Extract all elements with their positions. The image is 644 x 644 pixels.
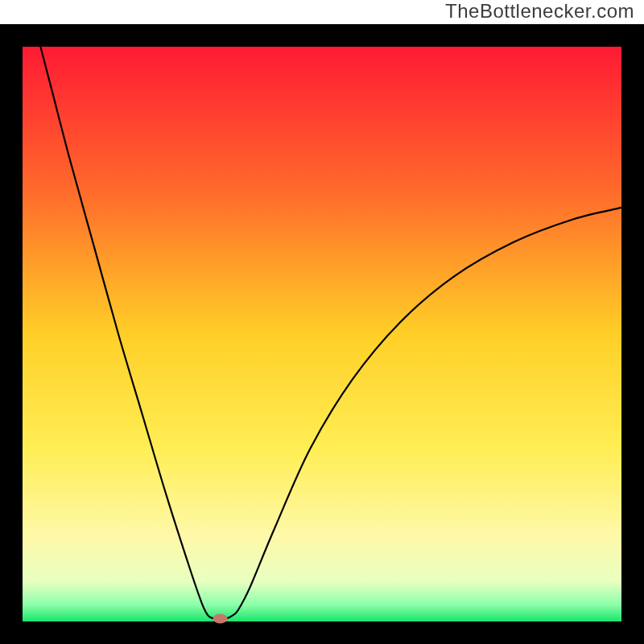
plot-background <box>23 47 621 621</box>
bottleneck-chart <box>0 0 644 644</box>
chart-container: TheBottlenecker.com <box>0 0 644 644</box>
optimal-point-marker <box>213 613 228 623</box>
watermark-text: TheBottlenecker.com <box>445 0 634 23</box>
